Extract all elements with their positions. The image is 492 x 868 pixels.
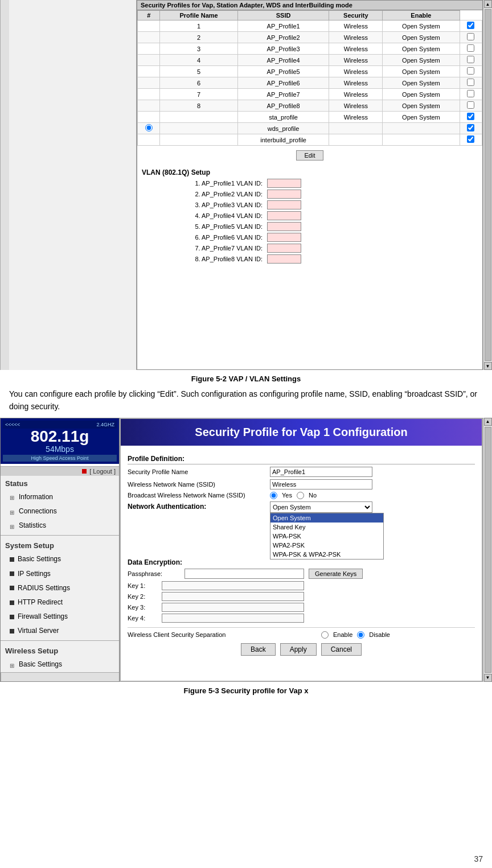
cancel-button[interactable]: Cancel — [321, 643, 362, 656]
vlan-input[interactable] — [267, 233, 301, 242]
broadcast-yes-radio[interactable] — [270, 492, 277, 499]
dropdown-wpa2-psk[interactable]: WPA2-PSK — [270, 541, 383, 550]
ssid-label: Wireless Network Name (SSID) — [128, 481, 270, 488]
sidebar-scrollbar[interactable] — [0, 0, 9, 370]
sidebar-item-b-virtual[interactable]: Virtual Server — [1, 624, 119, 638]
back-button[interactable]: Back — [241, 643, 276, 656]
dropdown-shared-key[interactable]: Shared Key — [270, 523, 383, 532]
scroll-down-arrow[interactable]: ▼ — [484, 362, 492, 370]
sidebar-item-b-ip-settings[interactable]: IP Settings — [1, 567, 119, 581]
enable-checkbox[interactable] — [467, 90, 474, 97]
enable-checkbox[interactable] — [467, 67, 474, 75]
sep-disable-radio[interactable] — [357, 631, 364, 639]
auth-dropdown-container: Open System Open System Shared Key WPA-P… — [270, 501, 372, 513]
security-panel: Security Profile for Vap 1 Configuration… — [120, 418, 483, 682]
table-row: interbuild_profile — [138, 134, 482, 146]
encrypt-label: Data Encryption: — [128, 558, 475, 566]
broadcast-no-radio[interactable] — [297, 492, 304, 499]
key4-input[interactable] — [162, 614, 304, 623]
dropdown-open-system[interactable]: Open System — [270, 513, 383, 523]
vlan-input[interactable] — [267, 179, 301, 188]
apply-button[interactable]: Apply — [280, 643, 317, 656]
vlan-row: 6. AP_Profile6 VLAN ID: — [142, 233, 478, 242]
key2-input[interactable] — [162, 592, 304, 601]
gen-keys-button[interactable]: Generate Keys — [309, 569, 363, 579]
connections-icon: ⊞ — [10, 508, 17, 515]
col-security: Security — [329, 11, 383, 20]
sidebar-item-b-basic-wireless[interactable]: ⊞ Basic Settings — [1, 657, 119, 672]
enable-checkbox[interactable] — [467, 135, 474, 143]
action-buttons: Back Apply Cancel — [128, 643, 475, 656]
key1-row: Key 1: — [128, 581, 475, 590]
enable-checkbox[interactable] — [467, 113, 474, 120]
vlan-input[interactable] — [267, 200, 301, 209]
scroll-down[interactable]: ▼ — [484, 674, 492, 682]
bottom-scrollbar[interactable] — [1, 672, 119, 681]
enable-checkbox[interactable] — [467, 56, 474, 63]
key3-label: Key 3: — [128, 604, 162, 611]
scroll-thumb-right[interactable] — [485, 427, 491, 673]
scroll-thumb[interactable] — [485, 9, 491, 361]
sidebar-item-statistics[interactable]: ⊞ Statistics — [1, 519, 119, 533]
wifi-speed: 54Mbps — [3, 445, 117, 454]
top-section: System Setup Basic Settings IP Settings … — [0, 0, 492, 370]
enable-checkbox[interactable] — [467, 44, 474, 52]
square-icon — [10, 571, 14, 576]
table-row: 2AP_Profile2WirelessOpen System — [138, 32, 482, 43]
passphrase-label: Passphrase: — [128, 570, 184, 577]
wifi-band: 2.4GHZ — [96, 422, 114, 427]
square-icon — [10, 557, 14, 562]
profile-name-input[interactable] — [270, 467, 372, 477]
bottom-system-setup-title: System Setup — [1, 538, 119, 552]
vlan-row: 2. AP_Profile2 VLAN ID: — [142, 190, 478, 199]
sep-row: Wireless Client Security Separation Enab… — [128, 627, 475, 639]
table-row: sta_profileWirelessOpen System — [138, 112, 482, 123]
vlan-row: 3. AP_Profile3 VLAN ID: — [142, 200, 478, 209]
wifi-arrows: <<<<< — [5, 422, 20, 427]
enable-checkbox[interactable] — [467, 124, 474, 131]
sidebar-item-connections[interactable]: ⊞ Connections — [1, 504, 119, 519]
passphrase-input[interactable] — [184, 569, 304, 579]
wifi-header: <<<<< 2.4GHZ 802.11g 54Mbps High Speed A… — [1, 418, 119, 464]
scroll-up-arrow[interactable]: ▲ — [484, 0, 492, 8]
enable-checkbox[interactable] — [467, 22, 474, 29]
enable-checkbox[interactable] — [467, 79, 474, 86]
logout-bar[interactable]: [ Logout ] — [1, 466, 119, 476]
edit-button[interactable]: Edit — [296, 150, 324, 161]
table-title: Security Profiles for Vap, Station Adapt… — [137, 1, 482, 10]
logout-label[interactable]: [ Logout ] — [89, 468, 116, 475]
sep-enable-label: Enable — [333, 631, 352, 638]
sidebar-item-b-http[interactable]: HTTP Redirect — [1, 595, 119, 610]
right-scrollbar[interactable]: ▲ ▼ — [483, 418, 492, 682]
auth-select[interactable]: Open System — [270, 501, 372, 513]
vlan-input[interactable] — [267, 222, 301, 231]
auth-dropdown-list[interactable]: Open System Shared Key WPA-PSK WPA2-PSK … — [270, 513, 384, 560]
sidebar-item-b-firewall[interactable]: Firewall Settings — [1, 610, 119, 624]
sidebar-item-b-radius[interactable]: RADIUS Settings — [1, 581, 119, 595]
sep-enable-radio[interactable] — [321, 631, 329, 639]
table-row: 3AP_Profile3WirelessOpen System — [138, 43, 482, 55]
sidebar-item-information[interactable]: ⊞ Information — [1, 490, 119, 504]
key3-input[interactable] — [162, 603, 304, 612]
vlan-input[interactable] — [267, 190, 301, 199]
vlan-input[interactable] — [267, 211, 301, 220]
main-scrollbar[interactable]: ▲ ▼ — [483, 0, 492, 370]
enable-checkbox[interactable] — [467, 101, 474, 109]
dropdown-wpa-wpa2[interactable]: WPA-PSK & WPA2-PSK — [270, 550, 383, 559]
dropdown-wpa-psk[interactable]: WPA-PSK — [270, 532, 383, 541]
ssid-input[interactable] — [270, 479, 372, 489]
broadcast-label: Broadcast Wireless Network Name (SSID) — [128, 492, 270, 499]
scroll-up[interactable]: ▲ — [484, 418, 492, 426]
auth-row: Network Authentication: Open System Open… — [128, 501, 475, 513]
col-profile-name: Profile Name — [160, 11, 237, 20]
profile-radio[interactable] — [145, 124, 153, 131]
sidebar-item-b-basic-settings[interactable]: Basic Settings — [1, 552, 119, 566]
table-row: 1AP_Profile1WirelessOpen System — [138, 20, 482, 32]
square-icon — [10, 615, 14, 619]
key1-input[interactable] — [162, 581, 304, 590]
key2-row: Key 2: — [128, 592, 475, 601]
bottom-sidebar: Status ⊞ Information ⊞ Connections ⊞ Sta… — [1, 476, 119, 672]
vlan-input[interactable] — [267, 254, 301, 264]
enable-checkbox[interactable] — [467, 33, 474, 40]
vlan-input[interactable] — [267, 244, 301, 253]
